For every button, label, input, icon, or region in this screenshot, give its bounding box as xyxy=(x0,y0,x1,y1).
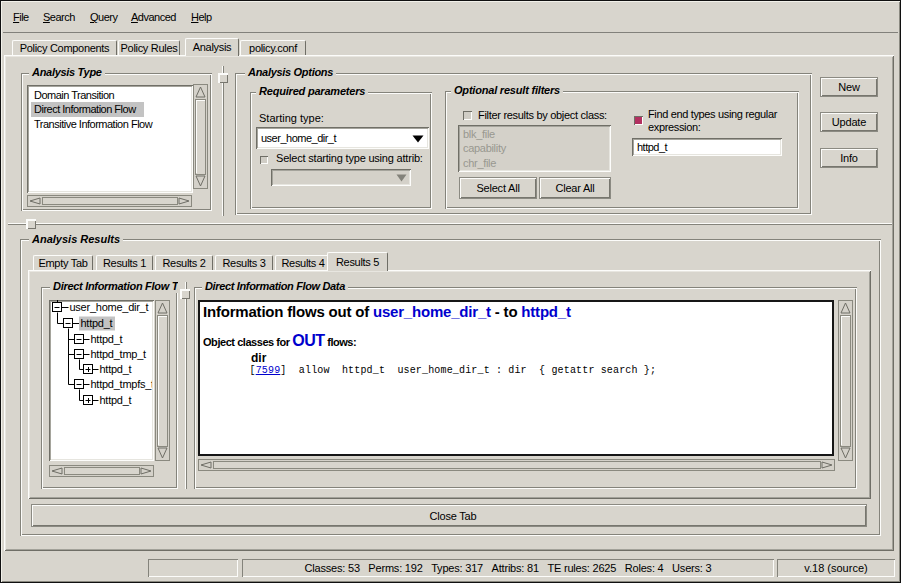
svg-text:user_home_dir_t: user_home_dir_t xyxy=(70,301,149,313)
svg-text:httpd_tmpfs_t: httpd_tmpfs_t xyxy=(91,378,153,390)
svg-text:httpd_t: httpd_t xyxy=(81,317,113,329)
svg-text:httpd_t: httpd_t xyxy=(91,333,123,345)
svg-text:httpd_t: httpd_t xyxy=(100,394,132,406)
svg-text:httpd_tmp_t: httpd_tmp_t xyxy=(91,348,147,360)
svg-text:httpd_t: httpd_t xyxy=(100,363,132,375)
